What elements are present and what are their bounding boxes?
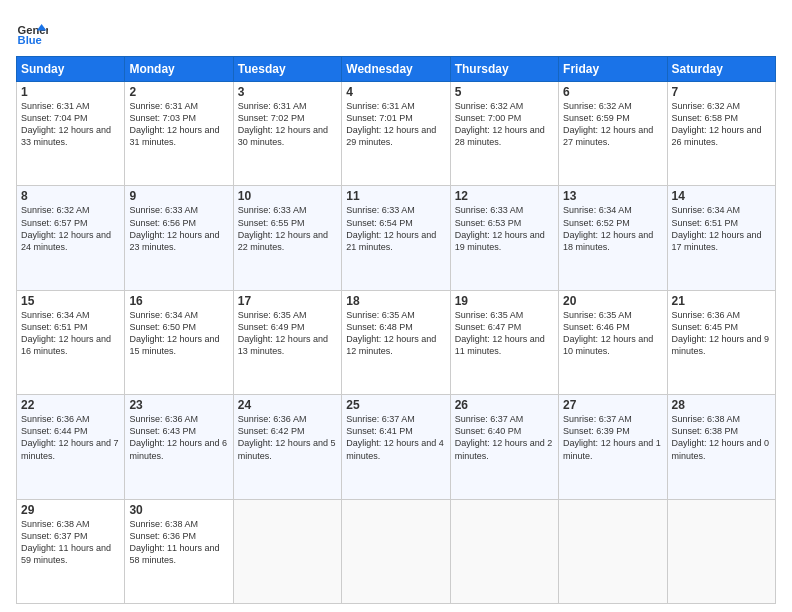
- calendar-cell: 16 Sunrise: 6:34 AMSunset: 6:50 PMDaylig…: [125, 290, 233, 394]
- cell-text: Sunrise: 6:37 AMSunset: 6:41 PMDaylight:…: [346, 414, 444, 460]
- day-number: 20: [563, 294, 662, 308]
- day-header-friday: Friday: [559, 57, 667, 82]
- cell-text: Sunrise: 6:38 AMSunset: 6:37 PMDaylight:…: [21, 519, 111, 565]
- calendar-cell: 23 Sunrise: 6:36 AMSunset: 6:43 PMDaylig…: [125, 395, 233, 499]
- day-number: 13: [563, 189, 662, 203]
- day-header-thursday: Thursday: [450, 57, 558, 82]
- cell-text: Sunrise: 6:33 AMSunset: 6:55 PMDaylight:…: [238, 205, 328, 251]
- cell-text: Sunrise: 6:33 AMSunset: 6:54 PMDaylight:…: [346, 205, 436, 251]
- day-number: 22: [21, 398, 120, 412]
- cell-text: Sunrise: 6:37 AMSunset: 6:39 PMDaylight:…: [563, 414, 661, 460]
- day-number: 2: [129, 85, 228, 99]
- calendar-cell: 17 Sunrise: 6:35 AMSunset: 6:49 PMDaylig…: [233, 290, 341, 394]
- calendar-cell: 5 Sunrise: 6:32 AMSunset: 7:00 PMDayligh…: [450, 82, 558, 186]
- day-number: 12: [455, 189, 554, 203]
- calendar-cell: 20 Sunrise: 6:35 AMSunset: 6:46 PMDaylig…: [559, 290, 667, 394]
- day-number: 5: [455, 85, 554, 99]
- day-number: 16: [129, 294, 228, 308]
- day-number: 19: [455, 294, 554, 308]
- day-number: 28: [672, 398, 771, 412]
- calendar-week-1: 1 Sunrise: 6:31 AMSunset: 7:04 PMDayligh…: [17, 82, 776, 186]
- day-number: 9: [129, 189, 228, 203]
- cell-text: Sunrise: 6:36 AMSunset: 6:45 PMDaylight:…: [672, 310, 770, 356]
- day-number: 25: [346, 398, 445, 412]
- cell-text: Sunrise: 6:33 AMSunset: 6:53 PMDaylight:…: [455, 205, 545, 251]
- day-number: 14: [672, 189, 771, 203]
- cell-text: Sunrise: 6:35 AMSunset: 6:46 PMDaylight:…: [563, 310, 653, 356]
- logo-icon: General Blue: [16, 16, 48, 48]
- day-number: 6: [563, 85, 662, 99]
- calendar-cell: [233, 499, 341, 603]
- day-number: 24: [238, 398, 337, 412]
- cell-text: Sunrise: 6:32 AMSunset: 6:58 PMDaylight:…: [672, 101, 762, 147]
- cell-text: Sunrise: 6:32 AMSunset: 6:59 PMDaylight:…: [563, 101, 653, 147]
- day-number: 30: [129, 503, 228, 517]
- calendar-cell: 19 Sunrise: 6:35 AMSunset: 6:47 PMDaylig…: [450, 290, 558, 394]
- calendar-cell: 7 Sunrise: 6:32 AMSunset: 6:58 PMDayligh…: [667, 82, 775, 186]
- calendar-cell: 14 Sunrise: 6:34 AMSunset: 6:51 PMDaylig…: [667, 186, 775, 290]
- calendar-cell: 9 Sunrise: 6:33 AMSunset: 6:56 PMDayligh…: [125, 186, 233, 290]
- logo: General Blue: [16, 16, 48, 48]
- calendar-cell: 11 Sunrise: 6:33 AMSunset: 6:54 PMDaylig…: [342, 186, 450, 290]
- cell-text: Sunrise: 6:32 AMSunset: 6:57 PMDaylight:…: [21, 205, 111, 251]
- day-number: 1: [21, 85, 120, 99]
- cell-text: Sunrise: 6:31 AMSunset: 7:04 PMDaylight:…: [21, 101, 111, 147]
- day-header-tuesday: Tuesday: [233, 57, 341, 82]
- calendar-week-3: 15 Sunrise: 6:34 AMSunset: 6:51 PMDaylig…: [17, 290, 776, 394]
- day-number: 18: [346, 294, 445, 308]
- day-header-sunday: Sunday: [17, 57, 125, 82]
- cell-text: Sunrise: 6:36 AMSunset: 6:44 PMDaylight:…: [21, 414, 119, 460]
- calendar-cell: [450, 499, 558, 603]
- calendar-cell: [342, 499, 450, 603]
- day-header-monday: Monday: [125, 57, 233, 82]
- day-number: 11: [346, 189, 445, 203]
- calendar-week-4: 22 Sunrise: 6:36 AMSunset: 6:44 PMDaylig…: [17, 395, 776, 499]
- day-number: 29: [21, 503, 120, 517]
- day-number: 3: [238, 85, 337, 99]
- calendar-cell: 30 Sunrise: 6:38 AMSunset: 6:36 PMDaylig…: [125, 499, 233, 603]
- calendar-cell: 2 Sunrise: 6:31 AMSunset: 7:03 PMDayligh…: [125, 82, 233, 186]
- cell-text: Sunrise: 6:34 AMSunset: 6:52 PMDaylight:…: [563, 205, 653, 251]
- cell-text: Sunrise: 6:35 AMSunset: 6:47 PMDaylight:…: [455, 310, 545, 356]
- cell-text: Sunrise: 6:34 AMSunset: 6:50 PMDaylight:…: [129, 310, 219, 356]
- cell-text: Sunrise: 6:36 AMSunset: 6:42 PMDaylight:…: [238, 414, 336, 460]
- calendar-cell: 3 Sunrise: 6:31 AMSunset: 7:02 PMDayligh…: [233, 82, 341, 186]
- calendar-cell: 24 Sunrise: 6:36 AMSunset: 6:42 PMDaylig…: [233, 395, 341, 499]
- cell-text: Sunrise: 6:36 AMSunset: 6:43 PMDaylight:…: [129, 414, 227, 460]
- calendar-week-2: 8 Sunrise: 6:32 AMSunset: 6:57 PMDayligh…: [17, 186, 776, 290]
- calendar-cell: 1 Sunrise: 6:31 AMSunset: 7:04 PMDayligh…: [17, 82, 125, 186]
- cell-text: Sunrise: 6:34 AMSunset: 6:51 PMDaylight:…: [21, 310, 111, 356]
- calendar-cell: 28 Sunrise: 6:38 AMSunset: 6:38 PMDaylig…: [667, 395, 775, 499]
- calendar-cell: 10 Sunrise: 6:33 AMSunset: 6:55 PMDaylig…: [233, 186, 341, 290]
- cell-text: Sunrise: 6:31 AMSunset: 7:02 PMDaylight:…: [238, 101, 328, 147]
- calendar-cell: 4 Sunrise: 6:31 AMSunset: 7:01 PMDayligh…: [342, 82, 450, 186]
- cell-text: Sunrise: 6:34 AMSunset: 6:51 PMDaylight:…: [672, 205, 762, 251]
- svg-text:Blue: Blue: [18, 34, 42, 46]
- cell-text: Sunrise: 6:31 AMSunset: 7:01 PMDaylight:…: [346, 101, 436, 147]
- calendar-table: SundayMondayTuesdayWednesdayThursdayFrid…: [16, 56, 776, 604]
- day-number: 17: [238, 294, 337, 308]
- day-number: 8: [21, 189, 120, 203]
- calendar-cell: 8 Sunrise: 6:32 AMSunset: 6:57 PMDayligh…: [17, 186, 125, 290]
- cell-text: Sunrise: 6:37 AMSunset: 6:40 PMDaylight:…: [455, 414, 553, 460]
- day-number: 10: [238, 189, 337, 203]
- calendar-cell: 27 Sunrise: 6:37 AMSunset: 6:39 PMDaylig…: [559, 395, 667, 499]
- day-number: 23: [129, 398, 228, 412]
- day-header-saturday: Saturday: [667, 57, 775, 82]
- calendar-week-5: 29 Sunrise: 6:38 AMSunset: 6:37 PMDaylig…: [17, 499, 776, 603]
- day-number: 21: [672, 294, 771, 308]
- cell-text: Sunrise: 6:35 AMSunset: 6:49 PMDaylight:…: [238, 310, 328, 356]
- calendar-cell: [559, 499, 667, 603]
- cell-text: Sunrise: 6:33 AMSunset: 6:56 PMDaylight:…: [129, 205, 219, 251]
- day-header-wednesday: Wednesday: [342, 57, 450, 82]
- calendar-cell: 6 Sunrise: 6:32 AMSunset: 6:59 PMDayligh…: [559, 82, 667, 186]
- day-number: 4: [346, 85, 445, 99]
- calendar-cell: 13 Sunrise: 6:34 AMSunset: 6:52 PMDaylig…: [559, 186, 667, 290]
- cell-text: Sunrise: 6:35 AMSunset: 6:48 PMDaylight:…: [346, 310, 436, 356]
- day-number: 7: [672, 85, 771, 99]
- cell-text: Sunrise: 6:31 AMSunset: 7:03 PMDaylight:…: [129, 101, 219, 147]
- cell-text: Sunrise: 6:38 AMSunset: 6:38 PMDaylight:…: [672, 414, 770, 460]
- header: General Blue: [16, 16, 776, 48]
- cell-text: Sunrise: 6:32 AMSunset: 7:00 PMDaylight:…: [455, 101, 545, 147]
- calendar-cell: 25 Sunrise: 6:37 AMSunset: 6:41 PMDaylig…: [342, 395, 450, 499]
